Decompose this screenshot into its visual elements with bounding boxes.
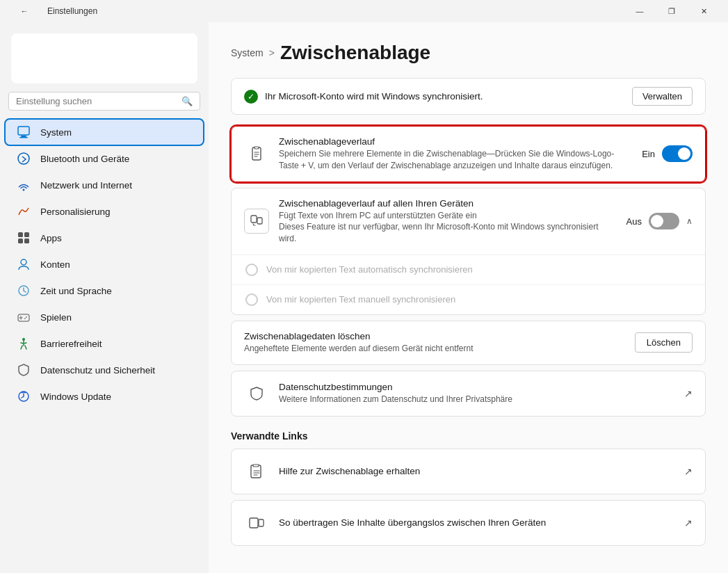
sidebar-item-time[interactable]: Zeit und Sprache [6,278,203,303]
clipboard-history-text: Zwischenablageverlauf Speichern Sie mehr… [279,136,632,172]
clipboard-toggle-label: Ein [642,149,655,159]
user-card [11,33,197,83]
sidebar-item-personalization[interactable]: Personalisierung [6,199,203,224]
radio-manual-circle [245,293,258,306]
device-sync-title: Zwischenablageverlauf auf allen Ihren Ge… [279,198,617,209]
verwalten-button[interactable]: Verwalten [632,87,693,106]
toggle-knob-2 [651,215,663,227]
clipboard-history-row: Zwischenablageverlauf Speichern Sie mehr… [232,127,705,181]
chevron-up-icon: ∧ [686,216,693,226]
help-link-icon: ↗ [684,466,693,477]
breadcrumb-sep: > [269,47,275,58]
sidebar-item-privacy[interactable]: Datenschutz und Sicherheit [6,357,203,382]
page-header: System > Zwischenablage [231,42,706,64]
transfer-link-text: So übertragen Sie Inhalte übergangslos z… [279,517,674,528]
sidebar-label-personalization: Personalisierung [40,207,111,217]
page-title: Zwischenablage [280,42,430,64]
radio-auto-row[interactable]: Von mir kopierten Text automatisch synch… [232,255,705,284]
help-icon [244,459,269,484]
search-area: 🔍 [0,92,209,119]
transfer-icon [244,510,269,535]
clipboard-toggle[interactable] [662,145,693,162]
back-button[interactable]: ← [8,0,40,22]
privacy-desc: Weitere Informationen zum Datenschutz un… [279,394,674,405]
svg-point-12 [26,316,27,318]
svg-rect-6 [24,232,29,237]
delete-card: Zwischenablagedaten löschen Angeheftete … [231,321,706,365]
delete-right: Löschen [635,332,693,353]
breadcrumb: System > Zwischenablage [231,42,706,64]
sidebar-label-gaming: Spielen [40,312,72,323]
privacy-title: Datenschutzbestimmungen [279,382,674,392]
device-sync-toggle[interactable] [649,213,679,229]
search-box: 🔍 [8,92,200,111]
svg-rect-1 [21,136,26,137]
time-icon [17,284,31,298]
privacy-text: Datenschutzbestimmungen Weitere Informat… [279,382,674,405]
apps-icon [17,231,31,245]
titlebar-controls: — ❐ ✕ [624,0,720,22]
sync-banner-message: Ihr Microsoft-Konto wird mit Windows syn… [265,91,483,102]
sidebar-label-update: Windows Update [40,392,111,402]
radio-manual-label: Von mir kopierten Text manuell synchroni… [266,294,455,305]
transfer-link-title: So übertragen Sie Inhalte übergangslos z… [279,517,674,528]
external-link-icon: ↗ [684,388,693,399]
privacy-row[interactable]: Datenschutzbestimmungen Weitere Informat… [232,371,705,416]
sidebar-item-gaming[interactable]: Spielen [6,305,203,330]
privacy-card: Datenschutzbestimmungen Weitere Informat… [231,371,706,417]
sidebar-label-system: System [40,127,72,138]
sidebar-item-accessibility[interactable]: Barrierefreiheit [6,331,203,356]
help-link-row[interactable]: Hilfe zur Zwischenablage erhalten ↗ [232,449,705,494]
titlebar-title: Einstellungen [47,6,97,16]
user-area [0,22,209,92]
radio-manual-row[interactable]: Von mir kopierten Text manuell synchroni… [232,285,705,314]
transfer-link-row[interactable]: So übertragen Sie Inhalte übergangslos z… [232,501,705,545]
loeschen-button[interactable]: Löschen [635,332,693,353]
radio-auto-circle [245,264,258,276]
search-input[interactable] [16,96,176,106]
svg-point-3 [18,153,29,164]
sidebar-label-network: Netzwerk und Internet [40,180,132,191]
minimize-button[interactable]: — [624,0,656,22]
sidebar-item-system[interactable]: System [6,120,203,145]
network-icon [17,178,31,192]
svg-rect-22 [250,518,258,528]
svg-rect-0 [18,127,29,135]
sidebar-item-bluetooth[interactable]: Bluetooth und Geräte [6,146,203,171]
sidebar-item-apps[interactable]: Apps [6,225,203,250]
external-link-icon-3: ↗ [684,517,693,528]
sidebar-label-accessibility: Barrierefreiheit [40,339,102,349]
update-icon [17,389,31,403]
svg-rect-8 [24,239,29,243]
svg-rect-16 [252,147,261,160]
sidebar-label-time: Zeit und Sprache [40,286,112,296]
device-sync-toggle-label: Aus [626,216,642,227]
svg-rect-23 [259,519,264,526]
svg-point-13 [24,318,26,319]
clipboard-history-desc: Speichern Sie mehrere Elemente in die Zw… [279,148,632,172]
accessibility-icon [17,337,31,350]
search-icon: 🔍 [181,96,193,106]
svg-rect-17 [254,147,259,149]
sidebar-item-update[interactable]: Windows Update [6,384,203,409]
privacy-icon-main [244,381,269,406]
close-button[interactable]: ✕ [688,0,720,22]
personalization-icon [17,204,31,218]
svg-point-9 [21,259,26,265]
privacy-icon [17,363,31,377]
device-sync-text: Zwischenablageverlauf auf allen Ihren Ge… [279,198,617,245]
svg-rect-20 [251,465,261,478]
sync-banner: ✓ Ihr Microsoft-Konto wird mit Windows s… [231,78,706,115]
accounts-icon [17,257,31,271]
maximize-button[interactable]: ❐ [656,0,688,22]
sidebar: 🔍 System Bluetooth und Geräte [0,22,209,573]
delete-desc: Angeheftete Elemente werden auf diesem G… [244,343,625,355]
clipboard-history-card: Zwischenablageverlauf Speichern Sie mehr… [231,126,706,182]
device-sync-desc: Fügt Texte von Ihrem PC auf unterstützte… [279,210,617,245]
toggle-knob [678,147,690,160]
clipboard-history-toggle-area: Ein [642,145,693,162]
sidebar-item-network[interactable]: Netzwerk und Internet [6,172,203,197]
svg-rect-2 [19,137,28,138]
sidebar-item-accounts[interactable]: Konten [6,252,203,277]
sync-banner-text: ✓ Ihr Microsoft-Konto wird mit Windows s… [244,90,483,104]
